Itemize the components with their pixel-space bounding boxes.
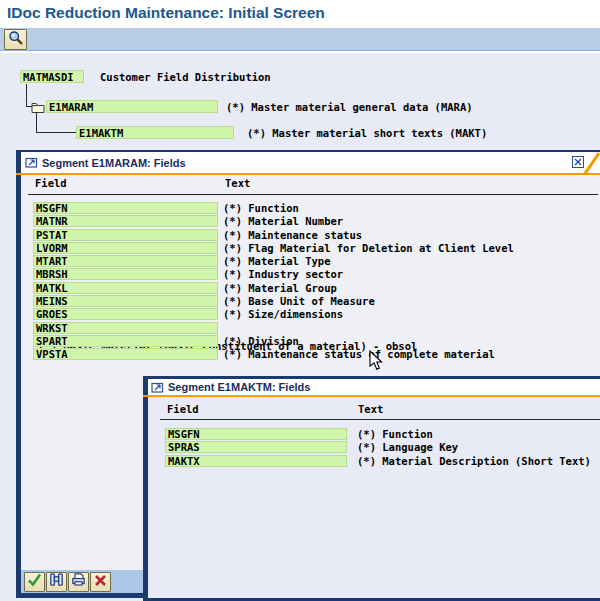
dialog-e1maktm-fields: Segment E1MAKTM: Fields Field Text MSGFN… [143, 376, 600, 601]
field-row: MAKTX(*) Material Description (Short Tex… [165, 455, 600, 468]
dialog-title: Segment E1MARAM: Fields [42, 157, 186, 169]
tree-connector-line [26, 84, 27, 107]
field-name-cell[interactable]: SPRAS [165, 441, 347, 453]
field-name-cell[interactable]: LVORM [33, 242, 218, 254]
field-desc-cell: (*) Flag Material for Deletion at Client… [223, 242, 514, 254]
checkmark-icon [27, 572, 42, 591]
field-row: GROES(*) Size/dimensions [33, 308, 600, 321]
column-header-field: Field [35, 177, 67, 189]
field-name-cell[interactable]: VPSTA [33, 348, 218, 360]
header-divider [28, 194, 598, 195]
application-toolbar [0, 28, 600, 51]
field-desc-cell: (*) Material Number [223, 215, 343, 227]
column-header-text: Text [225, 177, 250, 189]
tree-node-e1maktm-desc: (*) Master material short texts (MAKT) [247, 127, 487, 139]
dialog-titlebar[interactable]: Segment E1MAKTM: Fields [148, 379, 600, 395]
column-header-text: Text [358, 403, 383, 415]
printer-icon [71, 572, 86, 591]
field-desc-cell: (*) Language Key [357, 441, 458, 453]
field-name-cell[interactable]: MTART [33, 255, 218, 267]
close-icon[interactable] [572, 156, 584, 168]
tree-node-e1maktm[interactable]: E1MAKTM [76, 126, 234, 139]
field-desc-cell: (*) Division [223, 335, 299, 347]
field-name-cell[interactable]: WRKST [33, 322, 218, 334]
field-name-cell[interactable]: MBRSH [33, 268, 218, 280]
field-name-cell[interactable]: MEINS [33, 295, 218, 307]
field-name-cell[interactable]: PSTAT [33, 229, 218, 241]
field-row: MEINS(*) Base Unit of Measure [33, 295, 600, 308]
field-row: MSGFN(*) Function [33, 202, 600, 215]
field-name-cell[interactable]: GROES [33, 308, 218, 320]
field-name-cell[interactable]: MATNR [33, 215, 218, 227]
field-row: WRKST(*) Basic material (basic constitue… [33, 322, 600, 335]
field-name-cell[interactable]: MAKTX [165, 455, 347, 467]
find-button[interactable] [46, 572, 67, 592]
field-name-cell[interactable]: MATKL [33, 282, 218, 294]
field-row: SPART(*) Division [33, 335, 600, 348]
field-row: MATKL(*) Material Group [33, 282, 600, 295]
dialog-window-icon [151, 381, 164, 394]
magnifier-icon [8, 30, 24, 50]
field-desc-cell: (*) Industry sector [223, 268, 343, 280]
field-row: SPRAS(*) Language Key [165, 441, 600, 454]
tree-node-matmasdi[interactable]: MATMASDI [20, 70, 84, 83]
field-desc-cell: (*) Function [357, 428, 433, 440]
field-desc-cell: (*) Base Unit of Measure [223, 295, 375, 307]
field-desc-cell: (*) Size/dimensions [223, 308, 343, 320]
field-name-cell[interactable]: MSGFN [165, 428, 347, 440]
tree-connector-line [36, 112, 37, 133]
continue-button[interactable] [24, 572, 45, 592]
field-desc-cell: (*) Maintenance status of complete mater… [223, 348, 495, 360]
cancel-icon [94, 573, 107, 591]
page-title: IDoc Reduction Maintenance: Initial Scre… [7, 4, 325, 22]
field-desc-cell: (*) Maintenance status [223, 229, 362, 241]
field-row: MATNR(*) Material Number [33, 215, 600, 228]
tree-connector-line [36, 132, 76, 133]
tree-node-e1maram-desc: (*) Master material general data (MARA) [226, 101, 473, 113]
binoculars-icon [49, 572, 64, 591]
field-row: VPSTA(*) Maintenance status of complete … [33, 348, 600, 361]
field-name-cell[interactable]: SPART [33, 335, 218, 347]
dialog-title: Segment E1MAKTM: Fields [168, 381, 310, 393]
dialog-window-icon [25, 156, 38, 169]
display-button[interactable] [4, 29, 27, 50]
tree-node-matmasdi-desc: Customer Field Distribution [100, 71, 271, 83]
field-desc-cell: (*) Function [223, 202, 299, 214]
field-row: MSGFN(*) Function [165, 428, 600, 441]
dialog-titlebar[interactable]: Segment E1MARAM: Fields [21, 152, 600, 173]
field-desc-cell: (*) Material Group [223, 282, 337, 294]
field-row: PSTAT(*) Maintenance status [33, 229, 600, 242]
field-list: MSGFN(*) FunctionMATNR(*) Material Numbe… [33, 202, 600, 362]
field-list: MSGFN(*) FunctionSPRAS(*) Language KeyMA… [165, 428, 600, 468]
header-divider [160, 419, 600, 420]
field-desc-cell: (*) Material Type [223, 255, 330, 267]
tree-node-e1maram[interactable]: E1MARAM [46, 100, 218, 113]
field-desc-cell: (*) Material Description (Short Text) [357, 455, 591, 467]
cancel-button[interactable] [90, 572, 111, 592]
dialog-content: Field Text MSGFN(*) FunctionSPRAS(*) Lan… [148, 397, 600, 598]
folder-icon[interactable] [31, 99, 45, 117]
field-row: MBRSH(*) Industry sector [33, 268, 600, 281]
field-row: LVORM(*) Flag Material for Deletion at C… [33, 242, 600, 255]
field-row: MTART(*) Material Type [33, 255, 600, 268]
column-header-field: Field [167, 403, 199, 415]
print-button[interactable] [68, 572, 89, 592]
mouse-cursor [369, 350, 384, 375]
field-name-cell[interactable]: MSGFN [33, 202, 218, 214]
